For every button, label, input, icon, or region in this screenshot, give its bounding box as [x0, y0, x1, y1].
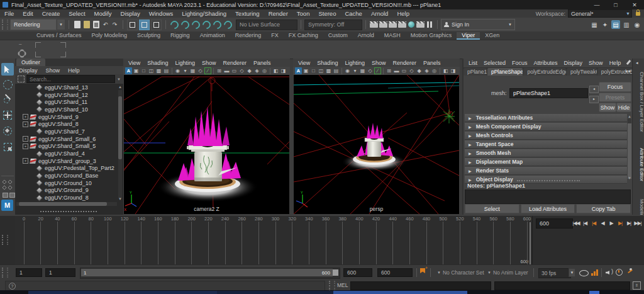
range-slider-range[interactable]: 1 600: [81, 269, 333, 276]
menu-set-dropdown[interactable]: Rendering: [10, 19, 57, 30]
shaded-icon[interactable]: ◆: [416, 67, 423, 74]
outliner-item[interactable]: + eggUV:Ground_8: [15, 194, 118, 201]
workspace-modeling-icon[interactable]: ▦: [590, 20, 599, 29]
menu-item[interactable]: Select: [64, 10, 89, 17]
isolate-select-icon[interactable]: ◧: [442, 67, 449, 74]
outliner-menu-item[interactable]: Show: [46, 67, 60, 74]
attribute-section-header[interactable]: ▶ Smooth Mesh: [465, 149, 627, 157]
ae-node-tab[interactable]: pPlane1: [464, 68, 487, 76]
shelf-collapse-icon[interactable]: –: [19, 42, 24, 47]
menu-item[interactable]: Windows: [145, 10, 178, 17]
snap-projected-center-icon[interactable]: [201, 19, 212, 30]
attribute-section-header[interactable]: ▶ Displacement Map: [465, 158, 627, 166]
viewport-canvas[interactable]: Y X camera2 Z: [124, 75, 289, 214]
viewport-menu-item[interactable]: Shading: [317, 60, 338, 66]
minimize-button[interactable]: —: [587, 0, 606, 9]
drag-grip[interactable]: [329, 281, 335, 291]
outliner-item[interactable]: + eggUV:Ground_Base: [15, 172, 118, 179]
notes-textarea[interactable]: [465, 189, 631, 204]
playback-start-field[interactable]: 1: [45, 268, 75, 277]
field-chart-icon[interactable]: ▤: [333, 67, 340, 74]
ae-menu-item[interactable]: Show: [589, 60, 603, 66]
shelf-tab[interactable]: Rigging: [165, 32, 195, 40]
select-hierarchy-icon[interactable]: [127, 20, 138, 30]
pane-layout-buttons[interactable]: [3, 193, 15, 198]
render-settings-icon[interactable]: [398, 21, 406, 28]
expand-icon[interactable]: +: [23, 158, 28, 164]
xray-icon[interactable]: ◨: [280, 67, 287, 74]
xray-icon[interactable]: ◨: [450, 67, 457, 74]
shelf-tab[interactable]: Animation: [195, 32, 230, 40]
shelf-tab[interactable]: Custom: [323, 32, 353, 40]
menu-item[interactable]: Modify: [90, 10, 116, 17]
viewport-menu-item[interactable]: Panels: [423, 60, 441, 66]
outliner-item[interactable]: + eggUV:Pedestal_Top_Part2: [15, 165, 118, 172]
shelf-tab[interactable]: FX Caching: [284, 32, 323, 40]
sign-in-dropdown[interactable]: Sign In ▼: [441, 19, 515, 30]
outliner-item[interactable]: + eggUV:Shard_10: [15, 106, 118, 113]
wireframe-icon[interactable]: ◇: [408, 67, 415, 74]
outliner-menu-item[interactable]: Help: [68, 67, 80, 74]
expand-icon[interactable]: +: [23, 144, 28, 149]
open-scene-icon[interactable]: [82, 21, 91, 29]
attribute-section-header[interactable]: ▶ Mesh Component Display: [465, 123, 627, 131]
outliner-item[interactable]: + eggUV:Shard_7: [15, 128, 118, 135]
separator[interactable]: [213, 68, 214, 74]
film-icon[interactable]: ▬: [393, 67, 400, 74]
shelf-tab[interactable]: FX: [266, 32, 284, 40]
no-gate-icon[interactable]: ▣: [133, 67, 140, 74]
ae-menu-item[interactable]: Focus: [512, 60, 528, 66]
expand-icon[interactable]: +: [23, 136, 28, 142]
current-frame-field[interactable]: 600: [536, 218, 573, 229]
step-forward-frame-button[interactable]: ▶|: [625, 218, 633, 228]
attribute-section-header[interactable]: ▶ Mesh Controls: [465, 132, 627, 140]
snap-view-plane-icon[interactable]: [211, 19, 223, 30]
fps-dropdown[interactable]: 30 fps: [538, 268, 571, 278]
attribute-section-header[interactable]: ▶ Tangent Space: [465, 140, 627, 149]
shelf-gear-icon[interactable]: [19, 50, 25, 57]
select-camera-icon[interactable]: A: [125, 67, 132, 74]
outliner-item[interactable]: + eggUV:Shard_9: [15, 113, 118, 121]
lasso-tool-button[interactable]: [1, 78, 14, 91]
menu-item[interactable]: Arnold: [367, 10, 392, 17]
textured-icon[interactable]: ◈: [423, 67, 430, 74]
resolution-icon[interactable]: ▭: [401, 67, 408, 74]
viewport-menu-item[interactable]: Show: [202, 60, 216, 66]
select-object-icon[interactable]: [139, 20, 150, 30]
film-icon[interactable]: ▬: [223, 67, 230, 74]
ae-bottom-button[interactable]: Select: [465, 204, 519, 213]
ae-bottom-button[interactable]: Copy Tab: [576, 204, 631, 213]
hypershade-icon[interactable]: [408, 21, 414, 28]
live-surface-field[interactable]: No Live Surface: [236, 20, 297, 30]
scroll-up-icon[interactable]: ▲: [118, 85, 122, 89]
shelf-tab[interactable]: MASH: [379, 32, 406, 40]
animation-start-field[interactable]: 1: [16, 268, 42, 277]
pin-icon[interactable]: [626, 60, 631, 65]
time-slider-track[interactable]: 600 0 20 40 60 80 100 120 140 160: [15, 216, 533, 266]
tab-attribute-editor[interactable]: Attribute Editor: [633, 139, 644, 189]
outliner-item[interactable]: + eggUV:Shard_4: [15, 150, 118, 157]
redo-icon[interactable]: ↷: [111, 21, 119, 29]
animation-preferences-icon[interactable]: [591, 269, 599, 276]
outliner-hscrollbar[interactable]: [16, 202, 117, 206]
camera-attributes-icon[interactable]: ◉: [174, 67, 181, 74]
paint-select-tool-button[interactable]: [1, 93, 14, 106]
scale-tool-button[interactable]: [1, 140, 14, 153]
tab-scroll-right-icon[interactable]: ▸: [628, 69, 631, 74]
mel-label[interactable]: MEL: [337, 282, 348, 288]
audio-icon[interactable]: [606, 269, 613, 276]
collapse-icon[interactable]: ◂: [636, 60, 638, 65]
render-current-frame-icon[interactable]: [370, 21, 378, 28]
viewport-menu-item[interactable]: Renderer: [223, 60, 247, 66]
gate-mask-icon[interactable]: ▩: [325, 67, 332, 74]
outliner-item[interactable]: + eggUV:Shard_group_3: [15, 157, 118, 165]
menu-item[interactable]: Display: [116, 10, 145, 17]
drag-grip[interactable]: [2, 20, 8, 30]
snap-grid-icon[interactable]: [169, 19, 180, 30]
menu-item[interactable]: File: [0, 10, 18, 17]
ae-node-tab[interactable]: polyExtrudeEdge5: [523, 68, 565, 76]
tool-settings-toggle-icon[interactable]: ▥: [622, 20, 631, 29]
go-to-start-button[interactable]: |◀◀: [572, 218, 580, 228]
save-scene-icon[interactable]: [92, 21, 100, 29]
new-scene-icon[interactable]: [73, 21, 81, 29]
